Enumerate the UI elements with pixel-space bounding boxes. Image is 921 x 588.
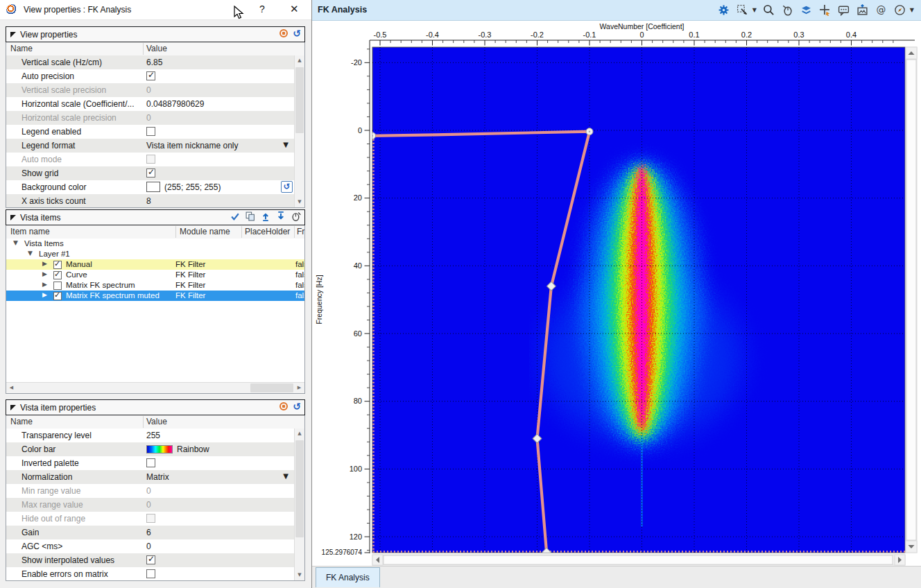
tree-item-matrix-fk-spectrum-muted[interactable]: ▶✓Matrix FK spectrum mutedFK Filterfals [6,291,304,301]
track-target-icon[interactable] [279,402,288,410]
checkbox[interactable]: ✓ [146,168,155,178]
tab-fk-analysis[interactable]: FK Analysis [316,567,380,587]
expander-collapsed-icon[interactable]: ▶ [42,270,47,277]
scrollbar-vertical[interactable]: ▲ ▼ [294,429,304,580]
tree-item-manual[interactable]: ▶✓ManualFK Filterfals [6,259,304,270]
selection-mode-icon[interactable] [737,3,749,16]
scrollbar-horizontal[interactable]: ◀ ▶ [6,382,304,393]
checkbox[interactable]: ✓ [146,555,155,564]
property-row[interactable]: Transparency level255 [6,429,294,442]
checkbox[interactable] [146,458,155,467]
panel-titlebar[interactable]: FK Analysis ▼ @ ▼ [312,0,921,21]
export-image-icon[interactable] [857,3,869,16]
scroll-up-icon[interactable]: ▲ [295,429,304,439]
item-visibility-checkbox[interactable] [53,282,62,290]
dropdown-caret-icon[interactable]: ▼ [910,7,914,13]
color-swatch[interactable] [146,182,160,192]
scrollbar-vertical[interactable]: ▲ ▼ [294,55,304,207]
property-row[interactable]: Show grid✓ [6,166,294,180]
item-visibility-checkbox[interactable]: ✓ [53,292,62,300]
scrollbar-thumb[interactable] [295,440,304,537]
reset-undo-icon[interactable]: ↺ [293,401,301,411]
checkbox[interactable] [146,569,155,578]
expander-expanded-icon[interactable]: ▼ [28,250,33,257]
chevron-down-icon[interactable]: ▼ [283,141,289,148]
property-row[interactable]: Legend enabled [6,125,294,139]
chevron-down-icon[interactable]: ▼ [283,472,289,480]
dropdown-value[interactable]: Matrix [146,472,169,482]
property-row[interactable]: NormalizationMatrix▼ [6,470,294,484]
annotation-at-icon[interactable]: @ [875,3,888,16]
property-row[interactable]: Show interpolated values✓ [6,553,294,567]
item-visibility-checkbox[interactable]: ✓ [53,271,62,279]
column-header-name: Name [10,44,33,53]
property-row[interactable]: Min range value0 [6,484,294,498]
checkbox[interactable] [146,127,155,136]
checkbox[interactable] [146,514,155,523]
zoom-icon[interactable] [763,3,775,16]
property-row[interactable]: Max range value0 [6,498,294,512]
move-down-icon[interactable] [276,211,286,221]
colorbar-swatch[interactable] [146,445,173,453]
window-titlebar[interactable]: View properties : FK Analysis ? ✕ [0,0,311,20]
scrollbar-thumb[interactable] [295,67,304,133]
tree-item-curve[interactable]: ▶✓CurveFK Filterfals [6,270,304,280]
dropdown-caret-icon[interactable]: ▼ [752,7,757,13]
checkbox[interactable]: ✓ [146,71,155,80]
scroll-down-icon[interactable]: ▼ [295,197,304,207]
property-row[interactable]: Horizontal scale (Coefficient/...0.04887… [6,97,294,111]
layers-icon[interactable] [800,3,813,16]
property-row[interactable]: Legend formatVista item nickname only▼ [6,139,294,153]
property-row[interactable]: Hide out of range [6,512,294,526]
item-visibility-checkbox[interactable]: ✓ [53,261,62,269]
close-button[interactable]: ✕ [290,3,299,15]
property-row[interactable]: X axis ticks count8 [6,194,294,207]
compass-icon[interactable] [894,3,906,16]
reset-color-button[interactable]: ↺ [281,181,293,193]
crosshair-tool-icon[interactable] [819,3,832,16]
expander-collapsed-icon[interactable]: ▶ [42,281,47,288]
scroll-down-icon[interactable]: ▼ [295,570,304,580]
plot-scrollbar-horizontal[interactable] [372,555,905,565]
property-name: Inverted palette [21,458,79,468]
property-row[interactable]: Auto mode [6,153,294,166]
fk-plot[interactable]: WaveNumber [Coefficient]-0.5-0.4-0.3-0.2… [312,21,921,566]
mouse-actions-icon[interactable] [291,211,301,221]
property-row[interactable]: Gain6 [6,526,294,539]
vista-item-properties-header[interactable]: Vista item properties ↺ [6,399,305,415]
property-row[interactable]: Horizontal scale precision0 [6,111,294,125]
reset-undo-icon[interactable]: ↺ [293,28,301,38]
copy-items-icon[interactable] [246,211,255,221]
property-row[interactable]: Color barRainbow [6,442,294,456]
apply-check-icon[interactable] [230,211,240,221]
tree-item-vista-items[interactable]: ▼Vista Items [6,239,304,249]
tree-item-layer-1[interactable]: ▼Layer #1 [6,249,304,259]
property-row[interactable]: Background color(255; 255; 255)↺ [6,180,294,194]
property-row[interactable]: Vertical scale precision0 [6,83,294,97]
svg-text:-0.1: -0.1 [583,31,596,39]
expander-collapsed-icon[interactable]: ▶ [42,260,47,267]
mouse-tool-icon[interactable] [782,3,794,16]
property-row[interactable]: Auto precision✓ [6,69,294,83]
tree-item-matrix-fk-spectrum[interactable]: ▶Matrix FK spectrumFK Filterfals [6,280,304,291]
property-row[interactable]: Enable errors on matrix [6,567,294,580]
property-row[interactable]: Inverted palette [6,456,294,470]
property-row[interactable]: AGC <ms>0 [6,539,294,553]
scroll-right-icon[interactable]: ▶ [294,383,304,393]
checkbox[interactable] [146,155,155,164]
property-row[interactable]: Vertical scale (Hz/cm)6.85 [6,55,294,69]
move-up-icon[interactable] [261,211,270,221]
track-target-icon[interactable] [279,29,288,37]
view-properties-header[interactable]: View properties ↺ [6,26,305,42]
vista-items-header[interactable]: Vista items [6,209,305,225]
expander-collapsed-icon[interactable]: ▶ [42,291,47,298]
plot-scrollbar-vertical[interactable] [906,47,917,553]
scroll-left-icon[interactable]: ◀ [6,383,17,393]
scroll-up-icon[interactable]: ▲ [295,55,304,66]
comments-icon[interactable] [838,3,850,16]
dropdown-value[interactable]: Vista item nickname only [146,141,239,150]
scrollbar-thumb[interactable] [250,383,293,392]
help-button[interactable]: ? [259,3,265,15]
settings-gear-icon[interactable] [718,3,730,16]
expander-expanded-icon[interactable]: ▼ [13,239,18,246]
